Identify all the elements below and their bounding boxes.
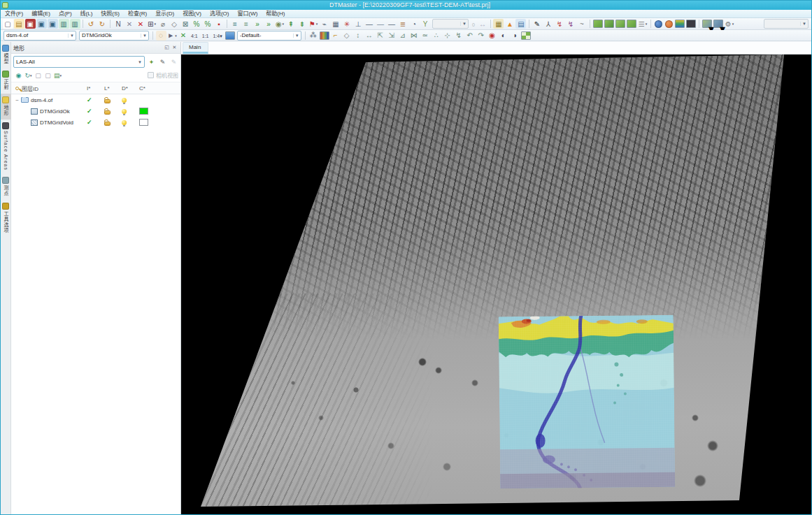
- import-column-header[interactable]: I*: [87, 85, 104, 92]
- menu-item-10[interactable]: 窗口(W): [233, 10, 262, 18]
- side-tab-工具选项[interactable]: 工具选项: [1, 200, 11, 237]
- run-filter-icon[interactable]: »: [252, 19, 263, 29]
- orbit-left-icon[interactable]: ◐: [498, 31, 508, 41]
- side-tab-地形[interactable]: 地形: [1, 94, 11, 119]
- ortho-thumb-3-icon[interactable]: [615, 20, 625, 28]
- unlocked-icon[interactable]: [104, 122, 111, 126]
- paste-view-icon[interactable]: ▣: [48, 19, 58, 29]
- visibility-bulb-icon[interactable]: [122, 120, 127, 125]
- add-filter-button[interactable]: ✦: [147, 57, 156, 66]
- route-purple-icon[interactable]: ↯: [565, 19, 576, 29]
- refresh-icon[interactable]: ↻▾: [24, 71, 33, 80]
- eraser-icon[interactable]: ⌀: [158, 19, 169, 29]
- chevron-down-icon[interactable]: ▾: [732, 22, 734, 26]
- points-icon[interactable]: ∴: [431, 31, 441, 41]
- roam-circle-icon[interactable]: ◌: [156, 31, 166, 41]
- join-icon[interactable]: ⋈: [408, 31, 419, 41]
- profile-tool-icon[interactable]: ⌁: [320, 19, 330, 29]
- cross-points-icon[interactable]: ⊹: [442, 31, 453, 41]
- imported-check-icon[interactable]: ✓: [87, 96, 92, 103]
- snap-cross-icon[interactable]: ✕: [178, 31, 189, 41]
- ortho-thumb-2-icon[interactable]: [604, 20, 614, 28]
- point-density-icon[interactable]: ⁂: [308, 31, 318, 41]
- side-tab-正射[interactable]: 正射: [1, 68, 11, 94]
- chevron-down-icon[interactable]: ▼: [68, 34, 76, 38]
- menu-item-7[interactable]: 显示(D): [151, 10, 178, 18]
- color-column-header[interactable]: C*: [139, 85, 157, 92]
- side-tab-测点[interactable]: 测点: [1, 174, 11, 200]
- unlocked-icon[interactable]: [104, 110, 111, 115]
- report-icon[interactable]: ▤: [515, 19, 526, 29]
- chevron-down-icon[interactable]: ▼: [136, 60, 144, 64]
- chevron-down-icon[interactable]: ▾: [60, 73, 62, 78]
- warning-icon[interactable]: ▲: [504, 19, 515, 29]
- grow-up-icon[interactable]: ⇞: [286, 19, 297, 29]
- menu-item-8[interactable]: 视图(V): [178, 10, 206, 18]
- menu-item-4[interactable]: 线(L): [76, 10, 97, 18]
- chevron-down-icon[interactable]: ▾: [30, 73, 32, 78]
- camera-view-checkbox[interactable]: 相机视图: [148, 71, 178, 79]
- edit-list-icon[interactable]: ▤▾: [53, 71, 62, 80]
- run-filter-2-icon[interactable]: »: [264, 19, 274, 29]
- clear-region-icon[interactable]: ◇: [169, 19, 180, 29]
- gear-tool-icon[interactable]: ⚙▾: [724, 19, 734, 29]
- zoom-4-1-button[interactable]: 4:1: [189, 31, 200, 40]
- delete-all-icon[interactable]: ✕: [136, 19, 146, 29]
- tab-main[interactable]: Main: [183, 42, 208, 54]
- tree-row-dtmgridok[interactable]: DTMGridOk✓: [11, 106, 180, 117]
- interpolate-all-icon[interactable]: %: [203, 19, 213, 29]
- chevron-down-icon[interactable]: ▾: [283, 22, 285, 26]
- ortho-thumb-1-icon[interactable]: [593, 20, 603, 28]
- lock-column-header[interactable]: L*: [104, 85, 122, 92]
- measure-updown-icon[interactable]: ↕: [352, 31, 363, 41]
- collapse-icon[interactable]: −: [14, 97, 20, 103]
- side-tab-surface-areas[interactable]: Surface Areas: [1, 119, 11, 174]
- open-folder-icon[interactable]: ▤: [14, 19, 24, 29]
- right-combo[interactable]: ▼: [764, 19, 809, 29]
- lock-edit-icon[interactable]: ⌐: [330, 31, 341, 41]
- finish-flag-icon[interactable]: [521, 31, 531, 40]
- layer-view-icon[interactable]: ≡: [230, 19, 241, 29]
- layer-color-swatch[interactable]: [139, 108, 148, 115]
- rotate-left-icon[interactable]: ↶: [464, 31, 475, 41]
- undo-icon[interactable]: ↺: [86, 19, 97, 29]
- orbit-right-icon[interactable]: ◑: [509, 31, 520, 41]
- corner-nw-icon[interactable]: ⇱: [375, 31, 385, 41]
- class-combo[interactable]: DTMGridOk▼: [79, 31, 149, 41]
- rotate-right-icon[interactable]: ↷: [476, 31, 486, 41]
- delete-icon[interactable]: ✕: [124, 19, 135, 29]
- float-panel-icon[interactable]: ◱: [163, 44, 171, 52]
- walk-tool-icon[interactable]: ⅄: [543, 19, 553, 29]
- zoom-1-4-button[interactable]: 1:4▾: [211, 31, 224, 40]
- zoom-1-1-button[interactable]: 1:1: [200, 31, 211, 40]
- fit-width-icon[interactable]: ↔: [477, 19, 487, 29]
- layer-combo[interactable]: dsm-4.of▼: [3, 31, 76, 41]
- grow-down-icon[interactable]: ⇟: [297, 19, 308, 29]
- unlocked-icon[interactable]: [104, 99, 111, 103]
- mesh-tool-icon[interactable]: ▦: [331, 19, 341, 29]
- side-tab-模型[interactable]: 模型: [1, 42, 11, 68]
- tree-row-dtmgridvoid[interactable]: DTMGridVoid✓: [11, 117, 180, 128]
- chevron-down-icon[interactable]: ▼: [460, 22, 468, 26]
- menu-item-9[interactable]: 选项(O): [206, 10, 234, 18]
- palette-grid-icon[interactable]: ▦: [493, 19, 504, 29]
- level-tool-icon[interactable]: ⊥: [353, 19, 364, 29]
- menu-item-5[interactable]: 快照(S): [97, 10, 124, 18]
- slope-icon[interactable]: ⊿: [397, 31, 408, 41]
- menu-item-11[interactable]: 帮助(H): [262, 10, 289, 18]
- spray-tool-icon[interactable]: ✳: [342, 19, 352, 29]
- cursor-mode-icon[interactable]: ►▾: [167, 31, 178, 41]
- target-red-icon[interactable]: ◉: [487, 31, 497, 41]
- corner-se-icon[interactable]: ⇲: [386, 31, 397, 41]
- shaded-view-icon[interactable]: [686, 20, 696, 28]
- globe-orange-icon[interactable]: [665, 20, 673, 28]
- hline-2-icon[interactable]: —: [376, 19, 386, 29]
- histogram-icon[interactable]: [320, 31, 329, 40]
- image-mode-2-icon[interactable]: ▾: [713, 20, 723, 28]
- menu-item-2[interactable]: 编辑(E): [27, 10, 55, 18]
- delete-filter-button[interactable]: ✎: [169, 57, 178, 66]
- menu-item-1[interactable]: 文件(F): [1, 10, 27, 18]
- copy-view-icon[interactable]: ▣: [36, 19, 47, 29]
- chevron-down-icon[interactable]: ▾: [646, 22, 648, 26]
- tree-row-dsm-4.of[interactable]: −dsm-4.of✓: [11, 94, 180, 106]
